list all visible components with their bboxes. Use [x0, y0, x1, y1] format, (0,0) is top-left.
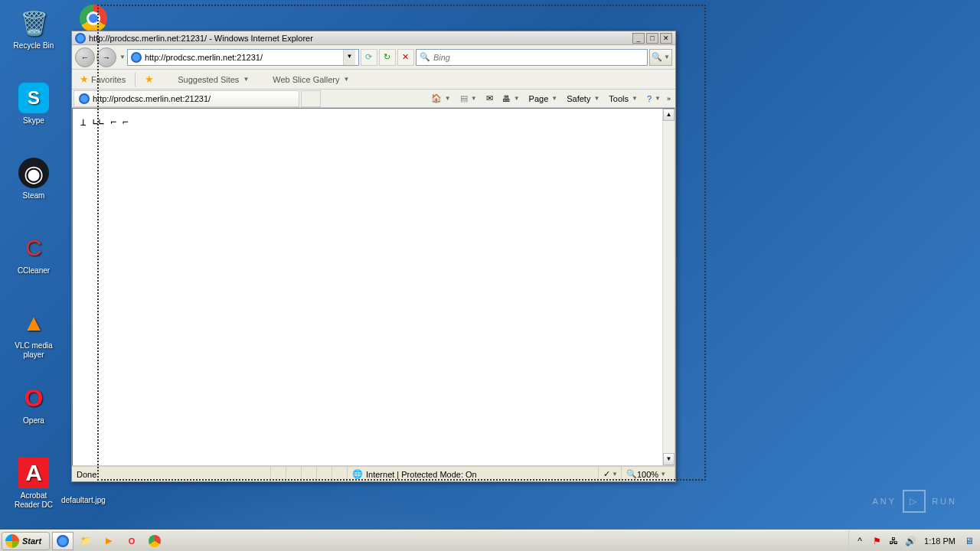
mail-button[interactable]: ✉: [483, 92, 496, 105]
chevron-down-icon: ▼: [243, 76, 249, 83]
watermark-text-a: ANY: [873, 497, 897, 506]
desktop-icon-acrobat[interactable]: A Acrobat Reader DC: [9, 458, 58, 510]
opera-icon: O: [129, 536, 136, 546]
safety-label: Safety: [567, 94, 590, 103]
desktop-icon-skype[interactable]: S Skype: [9, 83, 58, 126]
recycle-bin-icon: 🗑️: [18, 8, 49, 38]
favorites-button[interactable]: ★Favorites: [77, 72, 129, 86]
desktop-icon-vlc[interactable]: ▲ VLC media player: [9, 308, 58, 360]
page-content-area: ⊥ ∟∟ ⌐ ⌐ ▲ ▼: [72, 108, 675, 466]
refresh-button[interactable]: ↻: [379, 49, 396, 66]
watermark-text-b: RUN: [932, 497, 957, 506]
web-slice-label: Web Slice Gallery: [273, 75, 339, 84]
overflow-icon[interactable]: »: [667, 95, 671, 103]
start-button[interactable]: Start: [2, 532, 50, 550]
divider: [135, 73, 136, 86]
suggested-sites-label: Suggested Sites: [178, 75, 239, 84]
browser-tab[interactable]: http://prodcsc.merlin.net:21231/: [74, 90, 299, 107]
zoom-control[interactable]: 🔍 100% ▼: [622, 467, 675, 481]
desktop-file-label[interactable]: defaultart.jpg: [61, 496, 106, 504]
taskbar-chrome[interactable]: [144, 532, 165, 550]
nav-toolbar: ← → ▼ ▼ ⟳ ↻ ✕ 🔍 🔍▼: [72, 45, 675, 70]
page-menu[interactable]: Page▼: [526, 93, 561, 105]
favorites-toolbar: ★Favorites ★ Suggested Sites▼ Web Slice …: [72, 70, 675, 90]
star-add-icon: ★: [145, 73, 154, 85]
close-button[interactable]: ✕: [660, 33, 672, 44]
tray-network-icon[interactable]: 🖧: [887, 535, 900, 547]
chrome-icon: [149, 535, 161, 547]
search-go-button[interactable]: 🔍▼: [649, 49, 672, 66]
stop-button[interactable]: ✕: [397, 49, 414, 66]
taskbar-clock[interactable]: 1:18 PM: [921, 536, 959, 546]
window-title: http://prodcsc.merlin.net:21231/ - Windo…: [89, 34, 631, 43]
desktop-icon-opera[interactable]: O Opera: [9, 383, 58, 425]
forward-button[interactable]: →: [96, 47, 116, 67]
ie-page-icon: [79, 93, 90, 104]
nav-history-dropdown[interactable]: ▼: [119, 54, 126, 60]
add-favorite-button[interactable]: ★: [142, 72, 157, 86]
icon-label: Acrobat Reader DC: [9, 491, 58, 510]
status-cell: [271, 467, 286, 481]
tools-label: Tools: [609, 94, 629, 103]
home-icon: 🏠: [431, 93, 442, 103]
icon-label: CCleaner: [9, 266, 58, 276]
titlebar[interactable]: http://prodcsc.merlin.net:21231/ - Windo…: [72, 31, 675, 45]
mail-icon: ✉: [486, 93, 493, 103]
star-icon: ★: [80, 73, 89, 85]
scroll-down-button[interactable]: ▼: [663, 453, 675, 465]
tools-menu[interactable]: Tools▼: [606, 93, 641, 105]
icon-label: Steam: [9, 191, 58, 201]
minimize-button[interactable]: _: [632, 33, 645, 44]
print-icon: 🖶: [502, 94, 511, 103]
icon-label: Recycle Bin: [9, 41, 58, 51]
compat-view-button[interactable]: ⟳: [361, 49, 377, 66]
maximize-button[interactable]: □: [646, 33, 658, 44]
print-button[interactable]: 🖶▼: [499, 93, 523, 105]
taskbar-explorer[interactable]: 📁: [75, 532, 96, 550]
tray-expand-button[interactable]: ^: [854, 535, 866, 547]
vlc-icon: ▲: [18, 308, 49, 338]
ie-window: http://prodcsc.merlin.net:21231/ - Windo…: [71, 31, 676, 482]
status-cell: [317, 467, 332, 481]
tray-monitor-icon[interactable]: 🖥: [963, 535, 975, 547]
suggested-sites-button[interactable]: Suggested Sites▼: [163, 73, 252, 86]
status-zone: 🌐Internet | Protected Mode: On: [348, 467, 599, 481]
home-button[interactable]: 🏠▼: [428, 92, 454, 105]
back-button[interactable]: ←: [75, 47, 95, 67]
steam-icon: ◉: [18, 158, 49, 188]
new-tab-button[interactable]: [301, 90, 321, 107]
status-cell: [332, 467, 348, 481]
search-input[interactable]: [433, 53, 644, 62]
address-bar[interactable]: ▼: [127, 49, 359, 66]
tray-sound-icon[interactable]: 🔊: [904, 535, 916, 547]
desktop-icon-ccleaner[interactable]: C CCleaner: [9, 233, 58, 276]
web-slice-button[interactable]: Web Slice Gallery▼: [258, 73, 352, 86]
safety-menu[interactable]: Safety▼: [564, 93, 603, 105]
taskbar-ie[interactable]: [52, 532, 74, 550]
skype-icon: S: [18, 83, 49, 113]
help-button[interactable]: ?▼: [644, 93, 664, 105]
taskbar-opera[interactable]: O: [121, 532, 142, 550]
icon-label: Opera: [9, 416, 58, 425]
media-icon: ▶: [106, 536, 112, 546]
vertical-scrollbar[interactable]: ▲ ▼: [662, 109, 675, 465]
command-bar: 🏠▼ ▤▼ ✉ 🖶▼ Page▼ Safety▼ Tools▼ ?▼ »: [428, 92, 675, 105]
acrobat-icon: A: [18, 458, 49, 488]
folder-icon: 📁: [80, 536, 91, 546]
ie-logo-icon: [75, 33, 86, 44]
statusbar: Done 🌐Internet | Protected Mode: On ✓▼ 🔍…: [72, 466, 675, 481]
status-cell[interactable]: ✓▼: [599, 467, 622, 481]
status-text: Done: [72, 467, 271, 481]
address-input[interactable]: [145, 53, 343, 62]
tray-flag-icon[interactable]: ⚑: [871, 535, 883, 547]
ie-icon: [166, 75, 175, 84]
scroll-up-button[interactable]: ▲: [663, 109, 675, 121]
desktop-icon-steam[interactable]: ◉ Steam: [9, 158, 58, 201]
start-label: Start: [22, 536, 41, 546]
desktop-icon-recycle-bin[interactable]: 🗑️ Recycle Bin: [9, 8, 58, 51]
icon-label: Skype: [9, 116, 58, 126]
taskbar-media[interactable]: ▶: [98, 532, 119, 550]
feeds-button[interactable]: ▤▼: [457, 92, 480, 105]
address-dropdown[interactable]: ▼: [343, 50, 355, 65]
search-bar[interactable]: 🔍: [416, 49, 648, 66]
